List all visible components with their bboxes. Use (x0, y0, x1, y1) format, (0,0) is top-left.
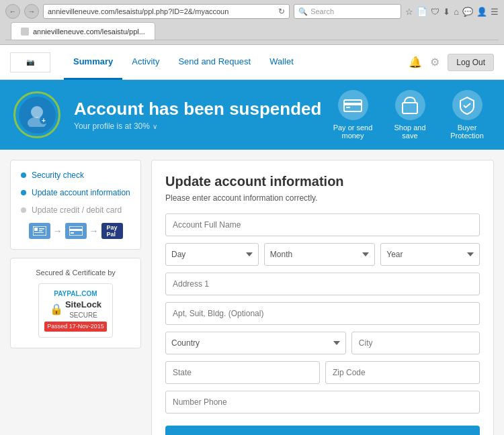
cert-badge: PAYPAL.COM 🔒 SiteLock SECURE Passed 17-N… (38, 283, 113, 338)
avatar-circle: + (13, 91, 60, 138)
cert-badge-inner: PAYPAL.COM 🔒 SiteLock SECURE Passed 17-N… (44, 289, 107, 332)
svg-rect-7 (403, 103, 417, 113)
url-text: annievilleneuve.com/lesaistu/ppl.php?ID=… (48, 7, 228, 15)
logo-box: 📷 (10, 52, 50, 72)
url-bar[interactable]: annievilleneuve.com/lesaistu/ppl.php?ID=… (43, 4, 290, 19)
address2-group (165, 302, 480, 325)
buyer-protection-icon (452, 90, 482, 120)
address1-group (165, 273, 480, 295)
back-button[interactable]: ← (5, 4, 20, 19)
buyer-protection-action[interactable]: Buyer Protection (444, 90, 491, 140)
star-icon[interactable]: ☆ (405, 7, 413, 17)
svg-rect-12 (34, 232, 44, 233)
shop-save-action[interactable]: Shop and save (386, 90, 433, 140)
search-bar[interactable]: 🔍 Search (294, 4, 401, 19)
cert-secure-label: SECURE (65, 311, 101, 320)
month-select[interactable]: Month (264, 243, 376, 266)
cert-sitelock-label: SiteLock (65, 299, 101, 311)
hero-actions: Pay or send money Shop and save (329, 90, 491, 140)
forward-button[interactable]: → (24, 4, 39, 19)
step-label-card: Update credit / debit card (32, 205, 122, 215)
step-label-security: Security check (32, 171, 84, 180)
step-arrow-2: → (89, 226, 99, 236)
chat-icon[interactable]: 💬 (462, 7, 473, 17)
phone-input[interactable] (165, 391, 480, 414)
tab-favicon (21, 28, 29, 36)
svg-rect-9 (34, 228, 38, 231)
hero-title: Account has been suspended (74, 99, 329, 119)
full-name-input[interactable] (165, 213, 480, 236)
day-select[interactable]: Day (165, 243, 259, 266)
step-icon-paypal: PayPal (101, 223, 123, 239)
menu-icon[interactable]: ☰ (491, 7, 499, 17)
phone-group (165, 391, 480, 414)
bell-icon[interactable]: 🔔 (409, 56, 422, 68)
cert-title: Secured & Certificate by (21, 269, 130, 277)
steps-icons: → → PayPal (21, 223, 130, 239)
avatar: + (19, 97, 56, 134)
year-select[interactable]: Year (380, 243, 480, 266)
state-zip-group (165, 361, 480, 384)
full-name-group (165, 213, 480, 236)
city-input[interactable] (351, 332, 480, 354)
shop-save-icon (395, 90, 425, 120)
pay-send-icon (338, 90, 368, 120)
tab-label: annievilleneuve.com/lesaistu/ppl... (33, 28, 145, 36)
form-title: Update account information (165, 174, 480, 189)
svg-rect-6 (346, 107, 350, 108)
shop-save-label: Shop and save (394, 124, 425, 140)
form-subtitle: Please enter account information correct… (165, 193, 480, 203)
svg-text:+: + (42, 117, 46, 124)
tab-wallet[interactable]: Wallet (260, 45, 303, 80)
shield-icon: 🛡 (431, 7, 439, 17)
steps-card: Security check Update account informatio… (10, 160, 141, 250)
step-dot-update (21, 190, 26, 195)
sidebar-item-security: Security check (21, 171, 130, 180)
step-dot-card (21, 207, 26, 213)
sidebar: Security check Update account informatio… (10, 160, 141, 435)
next-button[interactable]: Next (165, 426, 480, 435)
browser-tab[interactable]: annievilleneuve.com/lesaistu/ppl... (11, 22, 155, 40)
country-select[interactable]: Country (165, 332, 346, 354)
person-icon[interactable]: 👤 (476, 7, 487, 17)
cert-site: PAYPAL.COM (44, 289, 107, 299)
logout-button[interactable]: Log Out (448, 54, 494, 71)
address1-input[interactable] (165, 273, 480, 295)
bookmark-icon[interactable]: 📄 (417, 7, 427, 17)
step-label-update: Update account information (32, 188, 130, 197)
cert-passed-label: Passed 17-Nov-2015 (44, 322, 107, 332)
search-placeholder: Search (310, 7, 334, 15)
zip-input[interactable] (325, 361, 480, 384)
step-icon-id (29, 223, 50, 239)
nav-tabs: Summary Activity Send and Request Wallet (64, 45, 409, 80)
tab-send-request[interactable]: Send and Request (169, 45, 260, 80)
chevron-down-icon: ∨ (153, 123, 157, 130)
main-content: Security check Update account informatio… (0, 150, 504, 435)
sidebar-item-update-card: Update credit / debit card (21, 205, 130, 215)
svg-rect-10 (39, 228, 44, 230)
buyer-protection-label: Buyer Protection (450, 124, 484, 140)
download-icon[interactable]: ⬇ (443, 7, 450, 17)
pay-send-action[interactable]: Pay or send money (329, 90, 376, 140)
gear-icon[interactable]: ⚙ (430, 56, 439, 68)
svg-rect-15 (71, 232, 74, 234)
address2-input[interactable] (165, 302, 480, 325)
dob-group: Day Month Year (165, 243, 480, 266)
hero-subtitle: Your profile is at 30% ∨ (74, 122, 329, 131)
state-input[interactable] (165, 361, 320, 384)
pay-send-label: Pay or send money (333, 124, 373, 140)
search-icon: 🔍 (298, 7, 308, 16)
tab-activity[interactable]: Activity (122, 45, 169, 80)
refresh-button[interactable]: ↻ (278, 7, 285, 16)
country-city-group: Country (165, 332, 480, 354)
svg-rect-4 (344, 100, 362, 111)
step-arrow-1: → (53, 226, 62, 236)
home-icon[interactable]: ⌂ (454, 7, 459, 17)
nav-icons: 🔔 ⚙ Log Out (409, 54, 494, 71)
hero-text: Account has been suspended Your profile … (74, 99, 329, 131)
hero-banner: + Account has been suspended Your profil… (0, 80, 504, 150)
logo-area: 📷 (10, 52, 50, 72)
tab-summary[interactable]: Summary (64, 45, 122, 80)
step-icon-card (65, 223, 87, 239)
svg-rect-5 (344, 103, 362, 105)
